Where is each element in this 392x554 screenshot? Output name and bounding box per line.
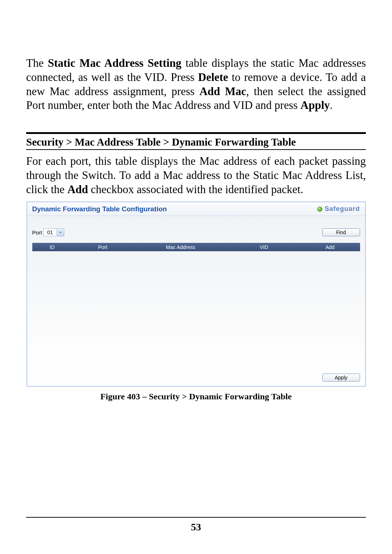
apply-button[interactable]: Apply <box>322 374 360 382</box>
column-header-port: Port <box>72 244 134 250</box>
port-select-group: Port 01 <box>32 228 64 236</box>
section-divider-top <box>26 132 366 134</box>
safeguard-label: Safeguard <box>324 205 360 213</box>
bold-static-mac: Static Mac Address Setting <box>48 57 181 69</box>
config-panel: Dynamic Forwarding Table Configuration S… <box>26 201 366 387</box>
text: . <box>330 99 333 111</box>
port-selected-value: 01 <box>44 229 57 235</box>
apply-row: Apply <box>322 374 360 382</box>
panel-header: Dynamic Forwarding Table Configuration S… <box>27 202 365 216</box>
bold-delete: Delete <box>198 71 228 83</box>
static-mac-paragraph: The Static Mac Address Setting table dis… <box>26 56 366 113</box>
section-heading: Security > Mac Address Table > Dynamic F… <box>26 136 366 148</box>
port-label: Port <box>32 229 42 236</box>
text: The <box>26 57 48 69</box>
column-header-mac: Mac Address <box>134 244 228 250</box>
bold-apply: Apply <box>301 99 330 111</box>
find-button[interactable]: Find <box>322 228 360 236</box>
table-header-row: ID Port Mac Address VID Add <box>32 243 360 251</box>
port-dropdown[interactable]: 01 <box>43 228 64 236</box>
panel-title: Dynamic Forwarding Table Configuration <box>32 205 167 213</box>
column-header-vid: VID <box>228 244 300 250</box>
footer-divider <box>26 517 366 518</box>
text: checkbox associated with the identified … <box>88 183 303 196</box>
bold-add-mac: Add Mac <box>199 85 246 98</box>
chevron-down-icon <box>57 229 64 236</box>
port-filter-row: Port 01 Find <box>27 216 365 243</box>
safeguard-dot-icon <box>317 207 322 212</box>
page-footer: 53 <box>26 517 366 533</box>
figure-caption: Figure 403 – Security > Dynamic Forwardi… <box>26 392 366 402</box>
column-header-id: ID <box>32 244 72 250</box>
page-number: 53 <box>26 521 366 533</box>
column-header-add: Add <box>300 244 360 250</box>
dynamic-forwarding-paragraph: For each port, this table displays the M… <box>26 154 366 196</box>
section-divider-bottom <box>26 149 366 150</box>
table-body-empty <box>32 251 360 364</box>
bold-add: Add <box>68 183 88 196</box>
safeguard-badge: Safeguard <box>317 205 360 213</box>
